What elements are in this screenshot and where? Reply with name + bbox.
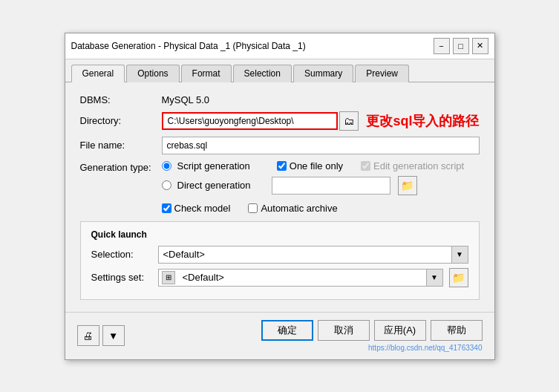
chevron-down-icon-2: ▼ (431, 273, 438, 281)
dbms-row: DBMS: MySQL 5.0 (80, 94, 480, 105)
ql-settings-select[interactable]: ⊞ <Default> ▼ (158, 269, 443, 287)
directory-input-group: 🗂 (162, 111, 359, 131)
script-gen-radio[interactable] (162, 161, 171, 171)
tab-options[interactable]: Options (126, 65, 179, 82)
tab-format[interactable]: Format (181, 65, 232, 82)
ql-selection-row: Selection: <Default> ▼ (91, 246, 468, 264)
quick-launch-title: Quick launch (91, 229, 468, 240)
ql-settings-value: <Default> (178, 272, 423, 283)
tab-bar: General Options Format Selection Summary… (65, 59, 494, 82)
edit-gen-script-checkbox[interactable] (361, 161, 370, 171)
ql-settings-row: Settings set: ⊞ <Default> ▼ 📁 (91, 268, 468, 287)
directory-browse-button[interactable]: 🗂 (339, 111, 359, 131)
directory-row: Directory: 🗂 更改sql导入的路径 (80, 111, 480, 131)
footer-buttons: 确定 取消 应用(A) 帮助 (261, 320, 483, 341)
tab-selection[interactable]: Selection (233, 65, 292, 82)
ql-settings-dropdown-btn[interactable]: ▼ (426, 270, 442, 286)
printer-icon: 🖨 (83, 330, 93, 342)
form-content: DBMS: MySQL 5.0 Directory: 🗂 更改sql导入的路径 … (65, 82, 494, 312)
folder-icon: 🗂 (344, 115, 354, 127)
annotation-text: 更改sql导入的路径 (366, 112, 479, 130)
direct-gen-radio[interactable] (162, 180, 171, 190)
title-bar: Database Generation - Physical Data _1 (… (65, 33, 494, 59)
check-model-label[interactable]: Check model (162, 203, 231, 214)
window-title: Database Generation - Physical Data _1 (… (71, 41, 306, 51)
footer: 🖨 ▼ 确定 取消 应用(A) 帮助 https://blog.csdn.net… (65, 312, 494, 359)
direct-gen-browse-button[interactable]: 📁 (398, 176, 417, 195)
check-model-checkbox[interactable] (162, 203, 171, 213)
checks-row: Check model Automatic archive (162, 203, 480, 214)
settings-folder-button[interactable]: 📁 (449, 268, 468, 287)
folder-icon-2: 📁 (452, 272, 465, 284)
auto-archive-label[interactable]: Automatic archive (248, 203, 337, 214)
cancel-button[interactable]: 取消 (318, 320, 370, 341)
script-gen-row: Script generation One file only Edit gen… (162, 160, 480, 172)
footer-chevron-icon: ▼ (108, 330, 118, 342)
maximize-button[interactable]: □ (453, 38, 469, 54)
tab-summary[interactable]: Summary (293, 65, 353, 82)
auto-archive-text: Automatic archive (261, 203, 337, 214)
ql-settings-label: Settings set: (91, 272, 158, 283)
quick-launch-group: Quick launch Selection: <Default> ▼ Sett… (80, 221, 480, 300)
script-gen-label[interactable]: Script generation (177, 160, 250, 172)
direct-gen-row: Direct generation 📁 (162, 176, 480, 195)
ok-button[interactable]: 确定 (261, 320, 313, 341)
one-file-only-checkbox-label[interactable]: One file only (277, 160, 343, 172)
tab-preview[interactable]: Preview (355, 65, 409, 82)
chevron-down-icon: ▼ (456, 250, 463, 258)
dbms-value: MySQL 5.0 (162, 94, 210, 105)
edit-gen-script-group: Edit generation script (361, 160, 464, 172)
check-model-text: Check model (174, 203, 231, 214)
direct-gen-input[interactable] (272, 177, 390, 195)
filename-input-group (162, 137, 480, 154)
footer-icon-button[interactable]: 🖨 (77, 325, 99, 346)
auto-archive-checkbox[interactable] (248, 203, 258, 213)
minimize-button[interactable]: − (434, 38, 450, 54)
gentype-options: Script generation One file only Edit gen… (162, 160, 480, 195)
ql-selection-value: <Default> (159, 249, 451, 260)
ql-selection-dropdown-btn[interactable]: ▼ (451, 246, 468, 263)
watermark: https://blog.csdn.net/qq_41763340 (368, 344, 482, 352)
gentype-row: Generation type: Script generation One f… (80, 160, 480, 195)
ql-selection-select[interactable]: <Default> ▼ (158, 246, 468, 264)
edit-gen-label: Edit generation script (373, 160, 464, 172)
tab-general[interactable]: General (71, 65, 125, 82)
close-button[interactable]: ✕ (472, 38, 488, 54)
one-file-only-checkbox[interactable] (277, 161, 287, 171)
apply-button[interactable]: 应用(A) (374, 320, 426, 341)
title-bar-buttons: − □ ✕ (434, 38, 488, 54)
ql-settings-select-group: ⊞ <Default> ▼ 📁 (158, 268, 468, 287)
ql-selection-label: Selection: (91, 249, 158, 260)
one-file-label: One file only (290, 160, 343, 172)
directory-label: Directory: (80, 115, 162, 126)
folder-small-icon: 📁 (401, 180, 413, 192)
filename-input[interactable] (162, 137, 480, 154)
help-button[interactable]: 帮助 (431, 320, 483, 341)
gentype-label: Generation type: (80, 160, 162, 173)
main-window: Database Generation - Physical Data _1 (… (65, 33, 495, 360)
footer-dropdown-button[interactable]: ▼ (102, 325, 125, 346)
direct-gen-label[interactable]: Direct generation (177, 180, 251, 191)
directory-input[interactable] (162, 112, 339, 130)
footer-left: 🖨 ▼ (77, 325, 125, 346)
dbms-label: DBMS: (80, 94, 162, 105)
filename-label: File name: (80, 140, 162, 151)
settings-grid-icon: ⊞ (162, 271, 175, 284)
filename-row: File name: (80, 137, 480, 154)
